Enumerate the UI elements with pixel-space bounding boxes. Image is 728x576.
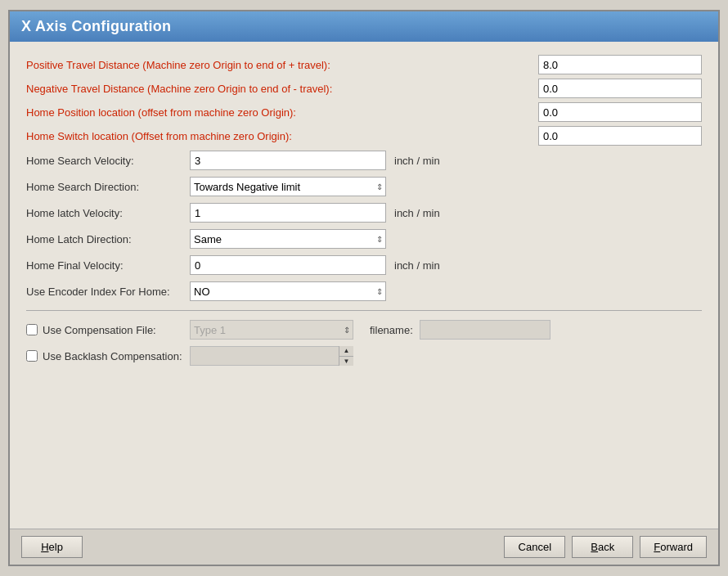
home-final-velocity-input[interactable] xyxy=(190,255,386,275)
forward-button[interactable]: Forward xyxy=(640,536,707,558)
back-rest: ack xyxy=(598,541,614,553)
home-latch-velocity-row: Home latch Velocity:inch / min xyxy=(26,202,702,223)
use-encoder-index-label: Use Encoder Index For Home: xyxy=(26,286,190,298)
home-search-velocity-unit: inch / min xyxy=(394,155,440,167)
window-title: X Axis Configuration xyxy=(21,18,171,34)
comp-type-select[interactable]: Type 1 Type 2 xyxy=(190,320,353,340)
use-encoder-index-select-wrapper: NOYES xyxy=(190,281,386,301)
title-bar: X Axis Configuration xyxy=(10,11,718,42)
home-latch-velocity-label: Home latch Velocity: xyxy=(26,207,190,219)
cancel-button[interactable]: Cancel xyxy=(504,536,565,558)
use-backlash-label[interactable]: Use Backlash Compensation: xyxy=(26,350,190,362)
use-backlash-checkbox[interactable] xyxy=(26,350,38,362)
backlash-spin-buttons: ▲ ▼ xyxy=(339,346,353,366)
negative-travel-distance-input[interactable] xyxy=(538,79,702,98)
help-button-label: H xyxy=(41,541,48,553)
backlash-spin-up[interactable]: ▲ xyxy=(339,346,353,357)
home-latch-velocity-input[interactable] xyxy=(190,203,386,223)
help-button-label-rest: elp xyxy=(49,541,63,553)
home-search-direction-row: Home Search Direction:Towards Negative l… xyxy=(26,176,702,197)
forward-rest: orward xyxy=(660,541,693,553)
compensation-section: Use Compensation File: Type 1 Type 2 fil… xyxy=(26,319,702,367)
home-search-direction-select[interactable]: Towards Negative limitTowards Positive l… xyxy=(190,177,386,196)
help-button[interactable]: Help xyxy=(21,536,83,558)
use-comp-file-checkbox[interactable] xyxy=(26,324,38,335)
home-switch-location-row: Home Switch location (Offset from machin… xyxy=(26,126,702,146)
home-search-direction-select-wrapper: Towards Negative limitTowards Positive l… xyxy=(190,177,386,196)
positive-travel-distance-label: Positive Travel Distance (Machine zero O… xyxy=(26,59,538,71)
home-position-location-label: Home Position location (offset from mach… xyxy=(26,106,538,119)
main-window: X Axis Configuration Positive Travel Dis… xyxy=(8,10,720,566)
backlash-spin-down[interactable]: ▼ xyxy=(339,357,353,367)
home-position-location-row: Home Position location (offset from mach… xyxy=(26,102,702,122)
backlash-spinbox: 0.0000 ▲ ▼ xyxy=(190,346,353,366)
home-search-velocity-label: Home Search Velocity: xyxy=(26,155,190,167)
home-latch-velocity-unit: inch / min xyxy=(394,207,440,219)
home-latch-direction-select-wrapper: SameOpposite xyxy=(190,229,386,249)
use-comp-file-label[interactable]: Use Compensation File: xyxy=(26,324,190,336)
negative-travel-distance-row: Negative Travel Distance (Machine zero O… xyxy=(26,79,702,98)
negative-travel-distance-label: Negative Travel Distance (Machine zero O… xyxy=(26,83,538,95)
backlash-input[interactable]: 0.0000 xyxy=(190,346,353,366)
home-latch-direction-label: Home Latch Direction: xyxy=(26,233,190,245)
use-encoder-index-row: Use Encoder Index For Home:NOYES xyxy=(26,281,702,302)
home-final-velocity-row: Home Final Velocity:inch / min xyxy=(26,254,702,276)
home-latch-direction-select[interactable]: SameOpposite xyxy=(190,229,386,249)
home-switch-location-input[interactable] xyxy=(538,126,702,146)
positive-travel-distance-row: Positive Travel Distance (Machine zero O… xyxy=(26,55,702,74)
cancel-button-label: Cancel xyxy=(519,541,551,553)
use-encoder-index-select[interactable]: NOYES xyxy=(190,281,386,301)
home-latch-direction-row: Home Latch Direction:SameOpposite xyxy=(26,228,702,250)
filename-label: filename: xyxy=(370,324,413,336)
positive-travel-distance-input[interactable] xyxy=(538,55,702,74)
footer-right: Cancel Back Forward xyxy=(504,536,707,558)
footer: Help Cancel Back Forward xyxy=(10,529,718,565)
home-search-velocity-row: Home Search Velocity:inch / min xyxy=(26,150,702,171)
home-final-velocity-unit: inch / min xyxy=(394,259,440,272)
back-underline: B xyxy=(591,541,598,553)
footer-left: Help xyxy=(21,536,83,558)
top-fields-section: Positive Travel Distance (Machine zero O… xyxy=(26,55,702,146)
use-comp-file-row: Use Compensation File: Type 1 Type 2 fil… xyxy=(26,319,702,340)
home-final-velocity-label: Home Final Velocity: xyxy=(26,259,190,272)
back-button[interactable]: Back xyxy=(572,536,633,558)
home-position-location-input[interactable] xyxy=(538,102,702,122)
divider xyxy=(26,310,702,311)
use-backlash-row: Use Backlash Compensation: 0.0000 ▲ ▼ xyxy=(26,345,702,367)
home-search-velocity-input[interactable] xyxy=(190,151,386,170)
content-area: Positive Travel Distance (Machine zero O… xyxy=(10,42,718,529)
home-search-direction-label: Home Search Direction: xyxy=(26,181,190,193)
filename-input[interactable]: xcompensation xyxy=(420,320,550,340)
form-section: Home Search Velocity:inch / minHome Sear… xyxy=(26,150,702,302)
comp-type-select-wrapper: Type 1 Type 2 xyxy=(190,320,353,340)
home-switch-location-label: Home Switch location (Offset from machin… xyxy=(26,130,538,142)
